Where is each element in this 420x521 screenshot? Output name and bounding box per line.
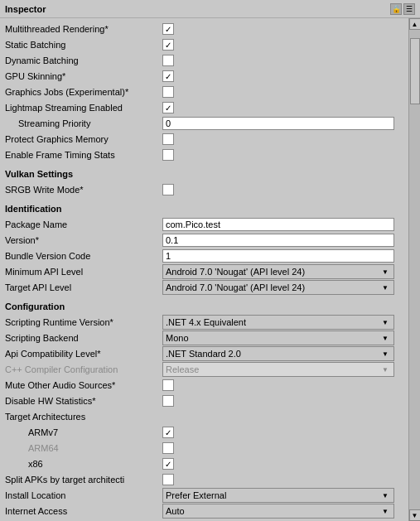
row-target-api: Target API Level Android 7.0 'Nougat' (A…	[5, 280, 403, 295]
dropdown-scripting-runtime-value: .NET 4.x Equivalent	[166, 317, 379, 327]
section-vulkan: Vulkan Settings	[5, 169, 403, 179]
row-mute-audio: Mute Other Audio Sources*	[5, 378, 403, 393]
label-package-name: Package Name	[5, 219, 162, 229]
label-target-arch: Target Architectures	[5, 412, 162, 422]
scrollbar: ▲ ▼	[408, 18, 420, 521]
row-target-arch-header: Target Architectures	[5, 409, 403, 424]
label-multithreaded-rendering: Multithreaded Rendering*	[5, 24, 162, 34]
title-bar: Inspector 🔒 ☰	[0, 0, 420, 18]
row-disable-hw-stats: Disable HW Statistics*	[5, 393, 403, 408]
dropdown-internet-access[interactable]: Auto ▼	[162, 504, 394, 519]
label-armv7: ARMv7	[5, 427, 162, 437]
label-split-apks: Split APKs by target architecti	[5, 475, 162, 485]
label-cpp-compiler: C++ Compiler Configuration	[5, 364, 162, 374]
inspector-window: Inspector 🔒 ☰ Multithreaded Rendering* S…	[0, 0, 420, 521]
chevron-down-icon8: ▼	[379, 508, 391, 515]
scrollbar-track[interactable]	[409, 30, 420, 509]
label-streaming-priority: Streaming Priority	[5, 118, 162, 128]
row-cpp-compiler: C++ Compiler Configuration Release ▼	[5, 362, 403, 377]
checkbox-x86[interactable]	[162, 458, 174, 470]
label-api-compat: Api Compatibility Level*	[5, 349, 162, 359]
checkbox-arm64[interactable]	[162, 442, 174, 454]
checkbox-static-batching[interactable]	[162, 39, 174, 51]
chevron-down-icon5: ▼	[379, 350, 391, 358]
row-protect-graphics: Protect Graphics Memory	[5, 132, 403, 147]
checkbox-graphics-jobs[interactable]	[162, 86, 174, 98]
dropdown-scripting-backend[interactable]: Mono ▼	[162, 330, 394, 345]
chevron-down-icon: ▼	[379, 268, 391, 276]
row-version: Version*	[5, 233, 403, 248]
label-install-location: Install Location	[5, 490, 162, 500]
checkbox-multithreaded-rendering[interactable]	[162, 23, 174, 35]
row-lightmap-streaming: Lightmap Streaming Enabled	[5, 100, 403, 115]
label-version: Version*	[5, 235, 162, 245]
scroll-down-button[interactable]: ▼	[409, 509, 421, 521]
row-api-compat: Api Compatibility Level* .NET Standard 2…	[5, 346, 403, 361]
dropdown-cpp-compiler-value: Release	[166, 364, 379, 374]
chevron-down-icon4: ▼	[379, 335, 391, 342]
dropdown-scripting-runtime[interactable]: .NET 4.x Equivalent ▼	[162, 315, 394, 330]
input-streaming-priority[interactable]	[162, 117, 394, 130]
label-srgb-write: SRGB Write Mode*	[5, 185, 162, 195]
dropdown-scripting-backend-value: Mono	[166, 333, 379, 343]
checkbox-protect-graphics[interactable]	[162, 133, 174, 145]
section-identification: Identification	[5, 204, 403, 214]
label-scripting-runtime: Scripting Runtime Version*	[5, 317, 162, 327]
section-configuration: Configuration	[5, 302, 403, 311]
label-lightmap-streaming: Lightmap Streaming Enabled	[5, 103, 162, 113]
chevron-down-icon2: ▼	[379, 284, 391, 292]
chevron-down-icon7: ▼	[379, 492, 391, 499]
row-multithreaded-rendering: Multithreaded Rendering*	[5, 22, 403, 36]
scrollbar-thumb[interactable]	[410, 38, 420, 104]
label-frame-timing: Enable Frame Timing Stats	[5, 150, 162, 160]
dropdown-install-location[interactable]: Prefer External ▼	[162, 488, 394, 503]
label-static-batching: Static Batching	[5, 40, 162, 50]
chevron-down-icon6: ▼	[379, 366, 391, 374]
row-bundle-version: Bundle Version Code	[5, 248, 403, 263]
dropdown-target-api-value: Android 7.0 'Nougat' (API level 24)	[166, 282, 379, 292]
checkbox-gpu-skinning[interactable]	[162, 70, 174, 82]
row-streaming-priority: Streaming Priority	[5, 116, 403, 131]
row-static-batching: Static Batching	[5, 37, 403, 52]
row-arm64: ARM64	[5, 441, 403, 456]
checkbox-srgb-write[interactable]	[162, 184, 174, 195]
dropdown-cpp-compiler[interactable]: Release ▼	[162, 362, 394, 377]
row-graphics-jobs: Graphics Jobs (Experimental)*	[5, 84, 403, 99]
title-bar-icons: 🔒 ☰	[390, 3, 415, 15]
input-version[interactable]	[162, 234, 394, 247]
label-internet-access: Internet Access	[5, 506, 162, 516]
label-min-api: Minimum API Level	[5, 267, 162, 277]
checkbox-dynamic-batching[interactable]	[162, 55, 174, 66]
row-x86: x86	[5, 456, 403, 471]
row-dynamic-batching: Dynamic Batching	[5, 53, 403, 68]
scroll-up-button[interactable]: ▲	[409, 18, 421, 30]
input-package-name[interactable]	[162, 218, 394, 231]
checkbox-frame-timing[interactable]	[162, 149, 174, 161]
checkbox-disable-hw-stats[interactable]	[162, 395, 174, 407]
row-min-api: Minimum API Level Android 7.0 'Nougat' (…	[5, 264, 403, 279]
menu-icon[interactable]: ☰	[403, 3, 415, 15]
lock-icon[interactable]: 🔒	[390, 3, 402, 15]
row-scripting-backend: Scripting Backend Mono ▼	[5, 330, 403, 345]
chevron-down-icon3: ▼	[379, 319, 391, 326]
row-package-name: Package Name	[5, 217, 403, 232]
row-internet-access: Internet Access Auto ▼	[5, 504, 403, 519]
dropdown-internet-access-value: Auto	[166, 506, 379, 516]
label-bundle-version: Bundle Version Code	[5, 251, 162, 261]
dropdown-min-api[interactable]: Android 7.0 'Nougat' (API level 24) ▼	[162, 264, 394, 279]
input-bundle-version[interactable]	[162, 249, 394, 263]
dropdown-target-api[interactable]: Android 7.0 'Nougat' (API level 24) ▼	[162, 280, 394, 295]
dropdown-min-api-value: Android 7.0 'Nougat' (API level 24)	[166, 267, 379, 277]
checkbox-split-apks[interactable]	[162, 474, 174, 485]
dropdown-install-location-value: Prefer External	[166, 490, 379, 500]
label-mute-audio: Mute Other Audio Sources*	[5, 380, 162, 390]
checkbox-lightmap-streaming[interactable]	[162, 102, 174, 113]
label-x86: x86	[5, 459, 162, 469]
row-armv7: ARMv7	[5, 425, 403, 440]
label-graphics-jobs: Graphics Jobs (Experimental)*	[5, 87, 162, 97]
window-title: Inspector	[5, 4, 46, 14]
content-area: Multithreaded Rendering* Static Batching…	[0, 18, 420, 521]
dropdown-api-compat[interactable]: .NET Standard 2.0 ▼	[162, 346, 394, 361]
checkbox-armv7[interactable]	[162, 427, 174, 438]
checkbox-mute-audio[interactable]	[162, 379, 174, 391]
